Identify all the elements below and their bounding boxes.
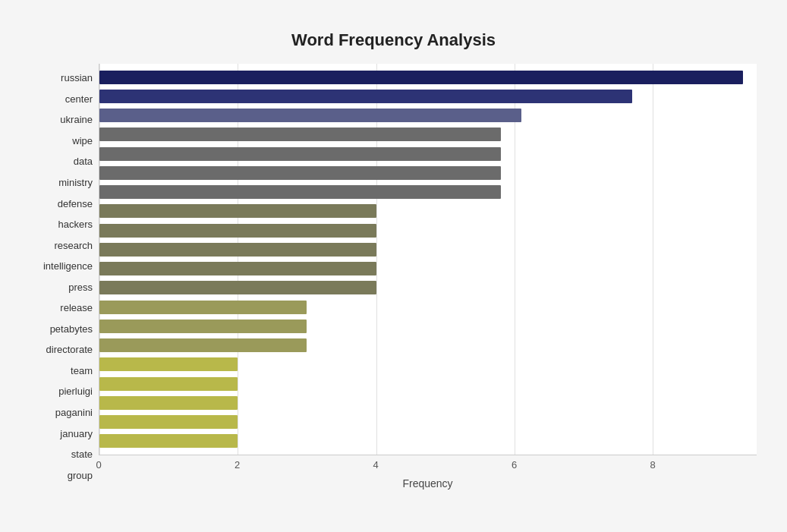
bar xyxy=(99,377,238,391)
x-tick: 4 xyxy=(373,459,378,471)
bar-row xyxy=(99,337,757,354)
x-tick: 2 xyxy=(235,459,240,471)
bar xyxy=(99,243,376,257)
x-axis-title: Frequency xyxy=(99,477,757,490)
bar xyxy=(99,434,238,448)
y-label: hackers xyxy=(58,216,93,234)
y-axis: russiancenterukrainewipedataministrydefe… xyxy=(30,64,99,490)
bar-row xyxy=(99,318,757,335)
y-label: team xyxy=(71,361,93,379)
bar-row xyxy=(99,107,757,124)
y-label: ministry xyxy=(58,174,93,192)
bar xyxy=(99,147,501,161)
bar-row xyxy=(99,433,757,449)
y-label: group xyxy=(68,466,93,484)
bar-row xyxy=(99,414,757,430)
bar xyxy=(99,71,743,84)
bar xyxy=(99,281,376,294)
x-axis-labels: 02468 xyxy=(99,455,757,474)
y-label: ukraine xyxy=(60,111,93,129)
bar-row xyxy=(99,165,757,181)
bar xyxy=(99,262,376,275)
y-label: january xyxy=(60,424,93,442)
bar xyxy=(99,224,376,238)
bar-row xyxy=(99,279,757,296)
bar xyxy=(99,185,501,199)
x-tick: 6 xyxy=(512,459,517,471)
y-label: center xyxy=(65,90,93,108)
grid-and-bars xyxy=(99,64,757,455)
bar xyxy=(99,338,307,352)
bar-row xyxy=(99,184,757,200)
y-label: research xyxy=(54,236,93,254)
y-label: russian xyxy=(61,69,93,87)
bar xyxy=(99,301,307,314)
bar-row xyxy=(99,88,757,105)
x-tick: 8 xyxy=(650,459,655,471)
bar xyxy=(99,396,238,410)
y-label: intelligence xyxy=(43,257,93,275)
bar xyxy=(99,357,238,371)
bar-row xyxy=(99,260,757,277)
bar-row xyxy=(99,376,757,392)
y-label: paganini xyxy=(55,404,93,422)
bar-row xyxy=(99,146,757,162)
y-label: wipe xyxy=(72,131,93,150)
bar-row xyxy=(99,126,757,143)
bar-row xyxy=(99,69,757,86)
bar xyxy=(99,204,376,218)
bar-row xyxy=(99,203,757,219)
bar-row xyxy=(99,222,757,239)
y-label: petabytes xyxy=(50,320,93,338)
y-label: defense xyxy=(58,194,93,212)
y-label: directorate xyxy=(46,341,93,359)
bar xyxy=(99,166,501,180)
bar-row xyxy=(99,356,757,373)
bar xyxy=(99,415,238,429)
bars-section: 02468 Frequency xyxy=(99,64,757,490)
chart-title: Word Frequency Analysis xyxy=(30,30,757,50)
bar xyxy=(99,127,501,141)
y-label: data xyxy=(74,153,93,171)
chart-container: Word Frequency Analysis russiancenterukr… xyxy=(15,15,772,532)
y-label: state xyxy=(71,445,93,464)
y-label: press xyxy=(68,278,93,296)
bar xyxy=(99,109,521,122)
bar-row xyxy=(99,299,757,316)
bars-wrapper xyxy=(99,68,757,451)
bar-row xyxy=(99,241,757,258)
y-label: release xyxy=(60,299,93,317)
chart-area: russiancenterukrainewipedataministrydefe… xyxy=(30,64,757,490)
bar xyxy=(99,320,307,333)
x-tick: 0 xyxy=(96,459,101,471)
bar xyxy=(99,90,632,103)
y-label: pierluigi xyxy=(58,382,93,401)
bar-row xyxy=(99,395,757,411)
